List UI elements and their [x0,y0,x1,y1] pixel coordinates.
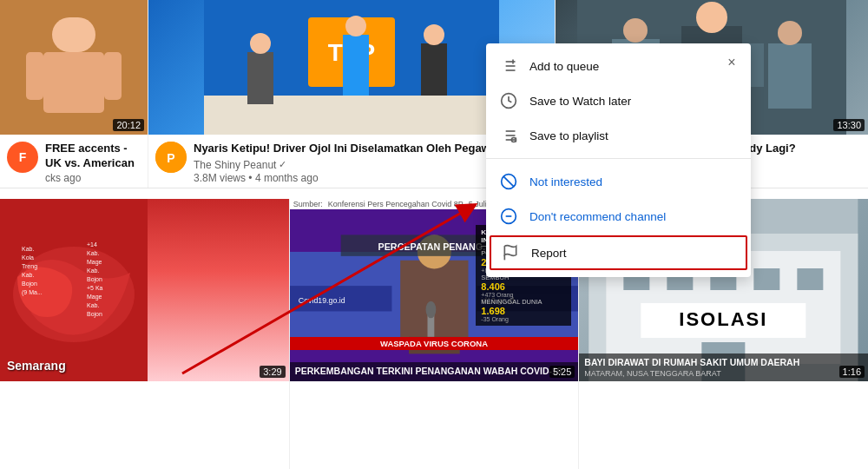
channel-name-2: The Shiny Peanut ✓ [194,159,523,171]
svg-point-14 [424,24,444,45]
verified-icon-2: ✓ [279,159,286,170]
svg-text:Kab.: Kab. [87,250,99,256]
bottom-svg-1: Kab. Kola Treng Kab. Bojon (9 Ma... +14 … [0,199,148,381]
svg-text:Kab.: Kab. [22,272,34,278]
close-menu-button[interactable]: × [720,50,744,75]
duration-1: 20:12 [113,119,144,131]
covid-meninggal-change: -35 Orang [481,316,566,322]
video-title-1: FREE accents - UK vs. American [45,142,141,171]
clock-icon [500,92,517,109]
svg-text:Kab.: Kab. [22,246,34,252]
svg-text:+14: +14 [87,241,97,248]
svg-text:Bojon: Bojon [22,281,37,287]
covid-meninggal-label: MENINGGAL DUNIA [481,298,566,306]
playlist-icon [500,127,517,144]
video-stats-2: 3.8M views • 4 months ago [194,172,523,184]
cnn-overlay: PERKEMBANGAN TERKINI PENANGANAN WABAH CO… [290,362,579,381]
svg-point-19 [696,2,727,33]
playlist-label: Save to playlist [529,129,608,142]
video-title-2: Nyaris Ketipu! Driver Ojol Ini Diselamat… [194,142,523,156]
svg-text:Treng: Treng [22,263,37,270]
menu-separator [486,158,751,159]
video-card-1[interactable]: 20:12 F FREE accents - UK vs. American c… [0,0,148,188]
not-interested-icon [500,173,517,190]
menu-item-report[interactable]: Report [490,235,747,270]
channel-avatar-1: F [7,142,38,173]
svg-text:Covid19.go.id: Covid19.go.id [298,296,345,305]
svg-rect-11 [343,35,369,96]
video-stats-1: cks ago [45,172,141,184]
svg-rect-24 [768,43,812,109]
svg-point-53 [425,301,436,319]
minus-circle-icon [500,208,517,225]
bottom-thumb-1: Kab. Kola Treng Kab. Bojon (9 Ma... +14 … [0,199,289,381]
bayi-overlay: BAYI DIRAWAT DI RUMAH SAKIT UMUM DAERAH … [579,353,868,381]
svg-point-10 [250,33,271,54]
flag-icon [502,244,519,261]
svg-text:P: P [167,151,174,165]
close-icon: × [727,55,735,70]
covid-meninggal-num: 1.698 [481,306,566,316]
context-menu: Add to queue Save to Watch later [486,43,751,277]
svg-point-12 [345,16,366,36]
svg-text:(9 Ma...: (9 Ma... [22,289,43,296]
watch-later-label: Save to Watch later [529,95,631,108]
cnn-title: PERKEMBANGAN TERKINI PENANGANAN WABAH CO… [295,366,574,378]
svg-rect-3 [26,52,43,100]
covid-sembuh-change: +473 Orang [481,292,566,298]
menu-item-playlist[interactable]: Save to playlist [486,118,751,153]
svg-rect-63 [798,268,824,290]
menu-item-watch-later[interactable]: Save to Watch later [486,83,751,118]
svg-text:+5 Ka: +5 Ka [87,285,103,291]
svg-rect-9 [247,52,273,104]
bayi-title: BAYI DIRAWAT DI RUMAH SAKIT UMUM DAERAH [584,357,863,369]
bottom-duration-1: 3:29 [260,366,285,378]
menu-item-not-interested[interactable]: Not interested [486,164,751,199]
bayi-subtitle: MATARAM, NUSA TENGGARA BARAT [584,369,863,378]
bottom-duration-3: 1:16 [839,366,865,378]
report-label: Report [531,247,567,260]
menu-item-add-queue[interactable]: Add to queue [486,49,751,83]
svg-point-23 [623,18,648,43]
svg-text:ISOLASI: ISOLASI [680,308,768,330]
add-queue-label: Add to queue [529,60,599,73]
channel-logo-2: P [155,142,187,173]
svg-text:PERCEPATAN PENANG...: PERCEPATAN PENANG... [378,241,490,252]
dont-recommend-label: Don't recommend channel [529,210,666,223]
bottom-card-1[interactable]: Kab. Kola Treng Kab. Bojon (9 Ma... +14 … [0,199,289,469]
svg-text:Kola: Kola [22,254,34,261]
svg-text:Kab.: Kab. [87,268,99,274]
svg-text:Kab.: Kab. [87,302,99,308]
svg-rect-13 [421,43,447,96]
svg-text:Bojon: Bojon [87,276,102,283]
svg-rect-4 [104,52,122,100]
video-info-1: F FREE accents - UK vs. American cks ago [0,135,148,188]
svg-rect-62 [754,268,780,290]
svg-line-85 [503,176,514,187]
svg-text:Mage: Mage [87,259,102,266]
not-interested-label: Not interested [529,175,602,188]
video-thumb-1: 20:12 [0,0,148,135]
waspada-bar: WASPADA VIRUS CORONA [290,337,579,350]
svg-point-25 [778,21,802,45]
covid-sembuh-num: 8.406 [481,281,566,292]
semarang-text: Semarang [7,359,66,373]
duration-3: 13:30 [833,119,865,131]
bottom-duration-2: 5:25 [549,366,575,378]
thumb-svg-1 [0,0,148,135]
channel-avatar-2: P [155,142,187,173]
svg-rect-1 [52,17,95,52]
video-meta-1: FREE accents - UK vs. American cks ago [45,142,141,184]
svg-rect-2 [43,52,104,113]
page: 20:12 F FREE accents - UK vs. American c… [0,0,868,469]
svg-text:Mage: Mage [87,294,102,301]
video-meta-2: Nyaris Ketipu! Driver Ojol Ini Diselamat… [194,142,523,184]
queue-icon [500,57,517,75]
svg-text:Bojon: Bojon [87,311,102,318]
menu-item-dont-recommend[interactable]: Don't recommend channel [486,199,751,234]
